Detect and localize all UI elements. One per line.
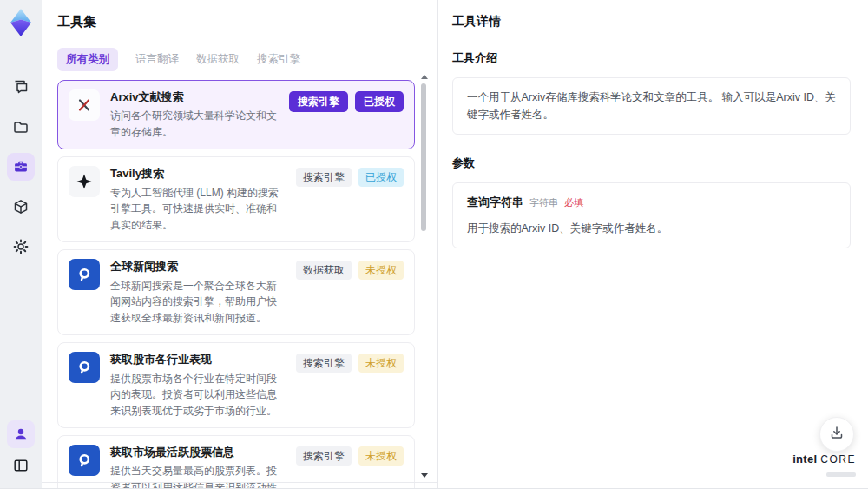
arxiv-icon	[69, 89, 100, 121]
tool-card[interactable]: Tavily搜索 专为人工智能代理 (LLM) 构建的搜索引擎工具。可快速提供实…	[57, 156, 415, 242]
required-badge: 必填	[564, 195, 583, 211]
param-description: 用于搜索的Arxiv ID、关键字或作者姓名。	[467, 220, 836, 237]
user-icon	[12, 426, 30, 443]
category-badge: 搜索引擎	[289, 91, 348, 112]
tool-info: 全球新闻搜索 全球新闻搜索是一个聚合全球各大新闻网站内容的搜索引擎，帮助用户快速…	[110, 259, 286, 326]
tool-info: 获取股市各行业表现 提供股票市场各个行业在特定时间段内的表现。投资者可以利用这些…	[110, 352, 286, 419]
tool-name: 获取市场最活跃股票信息	[110, 445, 286, 460]
cube-icon	[12, 198, 30, 215]
tool-tags: 搜索引擎 已授权	[289, 91, 404, 112]
sidebar-item-packages[interactable]	[7, 193, 35, 221]
intel-core-logo: intel CORE	[792, 452, 856, 479]
gear-icon	[12, 238, 30, 255]
intro-heading: 工具介绍	[452, 50, 851, 66]
auth-status-badge[interactable]: 已授权	[355, 91, 404, 112]
tool-card[interactable]: Arxiv文献搜索 访问各个研究领域大量科学论文和文章的存储库。 搜索引擎 已授…	[57, 80, 415, 149]
intro-card: 一个用于从Arxiv存储库搜索科学论文和文章的工具。 输入可以是Arxiv ID…	[452, 77, 851, 135]
tool-card[interactable]: 获取股市各行业表现 提供股票市场各个行业在特定时间段内的表现。投资者可以利用这些…	[57, 342, 415, 428]
tool-info: Tavily搜索 专为人工智能代理 (LLM) 构建的搜索引擎工具。可快速提供实…	[110, 166, 286, 233]
tool-description: 专为人工智能代理 (LLM) 构建的搜索引擎工具。可快速提供实时、准确和真实的结…	[110, 185, 286, 234]
tool-tags: 数据获取 未授权	[296, 261, 404, 280]
toolbox-icon	[12, 158, 30, 175]
param-name: 查询字符串	[467, 194, 523, 212]
tool-tags: 搜索引擎 未授权	[296, 446, 404, 466]
list-scrollbar[interactable]	[420, 75, 427, 478]
sidebar-item-tools[interactable]	[7, 153, 35, 181]
tools-list: Arxiv文献搜索 访问各个研究领域大量科学论文和文章的存储库。 搜索引擎 已授…	[57, 80, 415, 489]
download-icon	[829, 425, 845, 444]
sidebar-item-settings[interactable]	[7, 233, 35, 261]
params-heading: 参数	[452, 155, 851, 171]
tool-info: 获取市场最活跃股票信息 提供当天交易量最高的股票列表。投资者可以利用这些信息来识…	[110, 445, 286, 489]
category-badge: 搜索引擎	[296, 446, 352, 466]
tool-tags: 搜索引擎 已授权	[296, 168, 404, 187]
tool-name: 获取股市各行业表现	[110, 352, 286, 367]
brand-intel: intel	[792, 453, 817, 466]
category-badge: 搜索引擎	[296, 354, 352, 373]
auth-status-badge[interactable]: 未授权	[358, 354, 404, 373]
news-blue-icon	[69, 259, 100, 290]
auth-status-badge[interactable]: 未授权	[358, 261, 404, 280]
sidebar-item-files[interactable]	[7, 113, 35, 141]
scroll-up-icon[interactable]	[421, 75, 428, 79]
tab-all-categories[interactable]: 所有类别	[57, 48, 118, 71]
brand-core: CORE	[820, 453, 856, 466]
tavily-icon	[69, 166, 100, 197]
detail-title: 工具详情	[452, 14, 851, 30]
news-blue-icon	[69, 445, 100, 476]
category-badge: 数据获取	[296, 261, 352, 280]
app-logo-icon	[6, 7, 36, 38]
category-badge: 搜索引擎	[296, 168, 352, 187]
page-title: 工具集	[57, 14, 415, 30]
tool-name: Tavily搜索	[110, 166, 286, 182]
param-card: 查询字符串 字符串 必填 用于搜索的Arxiv ID、关键字或作者姓名。	[452, 182, 851, 248]
sidebar	[0, 0, 42, 488]
chat-icon	[12, 78, 30, 96]
tool-description: 访问各个研究领域大量科学论文和文章的存储库。	[110, 108, 279, 140]
tab-data-fetch[interactable]: 数据获取	[196, 48, 240, 71]
param-type: 字符串	[529, 195, 558, 211]
sidebar-item-collapse[interactable]	[7, 452, 35, 479]
tool-card[interactable]: 获取市场最活跃股票信息 提供当天交易量最高的股票列表。投资者可以利用这些信息来识…	[57, 435, 415, 489]
sidebar-item-chat[interactable]	[7, 73, 35, 101]
tool-detail-panel: 工具详情 工具介绍 一个用于从Arxiv存储库搜索科学论文和文章的工具。 输入可…	[438, 0, 868, 488]
auth-status-badge[interactable]: 未授权	[358, 446, 404, 466]
tool-name: 全球新闻搜索	[110, 259, 286, 274]
news-blue-icon	[69, 352, 100, 383]
tool-info: Arxiv文献搜索 访问各个研究领域大量科学论文和文章的存储库。	[110, 89, 279, 140]
sidebar-item-account[interactable]	[7, 420, 35, 448]
tab-language-translation[interactable]: 语言翻译	[135, 48, 179, 71]
scroll-down-icon[interactable]	[421, 473, 428, 478]
tab-search-engine[interactable]: 搜索引擎	[257, 48, 300, 71]
scrollbar-thumb[interactable]	[421, 83, 426, 231]
tool-description: 提供股票市场各个行业在特定时间段内的表现。投资者可以利用这些信息来识别表现优于或…	[110, 371, 286, 420]
brand-subtag	[826, 472, 856, 477]
auth-status-badge[interactable]: 已授权	[358, 168, 404, 187]
category-tabs: 所有类别 语言翻译 数据获取 搜索引擎	[57, 48, 415, 71]
folder-icon	[12, 118, 30, 135]
tool-tags: 搜索引擎 未授权	[296, 354, 404, 373]
tool-description: 提供当天交易量最高的股票列表。投资者可以利用这些信息来识别流动性强的股票和潜在的…	[110, 463, 286, 489]
tools-panel: 工具集 所有类别 语言翻译 数据获取 搜索引擎 Arxiv文献搜索 访问各个研究…	[42, 0, 438, 488]
download-button[interactable]	[819, 417, 854, 452]
tool-name: Arxiv文献搜索	[110, 89, 279, 105]
tool-card[interactable]: 全球新闻搜索 全球新闻搜索是一个聚合全球各大新闻网站内容的搜索引擎，帮助用户快速…	[57, 249, 415, 335]
panel-toggle-icon	[12, 457, 30, 474]
tool-description: 全球新闻搜索是一个聚合全球各大新闻网站内容的搜索引擎，帮助用户快速获取全球最新资…	[110, 278, 286, 327]
intro-text: 一个用于从Arxiv存储库搜索科学论文和文章的工具。 输入可以是Arxiv ID…	[467, 91, 836, 121]
param-header: 查询字符串 字符串 必填	[467, 194, 836, 212]
sidebar-bottom	[7, 420, 35, 479]
sidebar-nav	[7, 73, 35, 261]
